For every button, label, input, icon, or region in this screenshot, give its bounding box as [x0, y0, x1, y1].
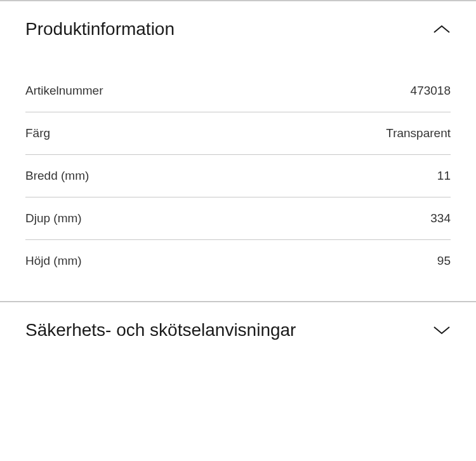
chevron-up-icon	[433, 25, 451, 34]
spec-row: Djup (mm) 334	[25, 197, 451, 240]
spec-row: Höjd (mm) 95	[25, 240, 451, 282]
spec-label: Bredd (mm)	[25, 169, 89, 183]
section-body: Artikelnummer 473018 Färg Transparent Br…	[0, 57, 476, 301]
spec-label: Höjd (mm)	[25, 254, 82, 268]
spec-label: Djup (mm)	[25, 211, 82, 225]
accordion-header-product-info[interactable]: Produktinformation	[0, 1, 476, 57]
accordion-section-safety-care: Säkerhets- och skötselanvisningar	[0, 301, 476, 358]
accordion-section-product-info: Produktinformation Artikelnummer 473018 …	[0, 0, 476, 301]
spec-value: 95	[437, 254, 451, 268]
spec-label: Färg	[25, 126, 50, 140]
spec-value: 473018	[411, 84, 451, 98]
spec-value: 11	[437, 169, 451, 183]
spec-row: Artikelnummer 473018	[25, 70, 451, 112]
spec-row: Färg Transparent	[25, 112, 451, 155]
spec-row: Bredd (mm) 11	[25, 155, 451, 197]
spec-value: Transparent	[386, 126, 451, 140]
spec-value: 334	[430, 211, 451, 225]
chevron-down-icon	[433, 326, 451, 335]
section-title: Produktinformation	[25, 19, 175, 39]
accordion-header-safety-care[interactable]: Säkerhets- och skötselanvisningar	[0, 302, 476, 358]
section-title: Säkerhets- och skötselanvisningar	[25, 320, 296, 340]
spec-label: Artikelnummer	[25, 84, 103, 98]
